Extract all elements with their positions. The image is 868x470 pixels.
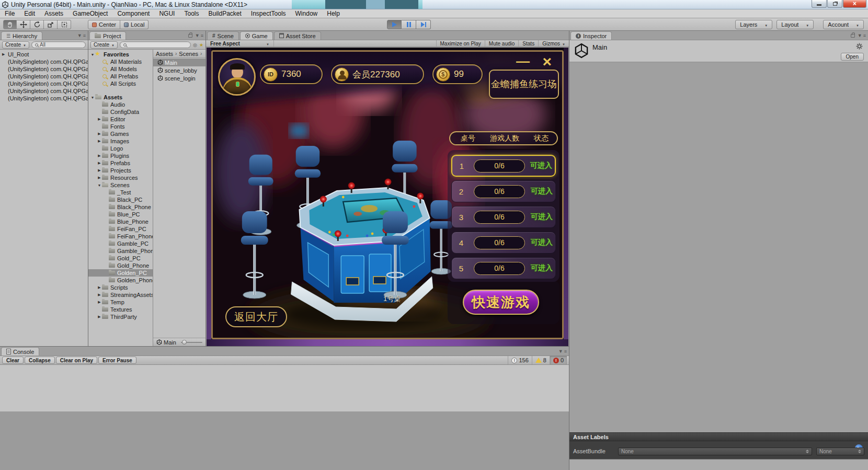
- tree-item[interactable]: Audio: [88, 101, 153, 108]
- assetbundle-variant-dropdown[interactable]: None: [816, 448, 864, 455]
- search-by-label-icon[interactable]: ◎: [193, 42, 197, 48]
- thumbnail-zoom-slider[interactable]: [181, 342, 202, 343]
- table-row[interactable]: 3 0/6 可进入: [451, 206, 556, 228]
- gizmos-dropdown[interactable]: Gizmos: [538, 40, 569, 47]
- tree-item[interactable]: ▶ StreamingAssets: [88, 291, 153, 299]
- scene-file-item[interactable]: scene_lobby: [153, 66, 205, 74]
- info-count-toggle[interactable]: ! 156: [508, 356, 531, 364]
- menu-item[interactable]: GameObject: [68, 10, 112, 17]
- menu-item[interactable]: Component: [112, 10, 154, 17]
- aspect-dropdown[interactable]: Free Aspect: [206, 40, 274, 47]
- tree-item[interactable]: Logo: [88, 145, 153, 152]
- menu-item[interactable]: File: [0, 10, 19, 17]
- tree-item[interactable]: ConfigData: [88, 108, 153, 116]
- move-tool-button[interactable]: [17, 20, 30, 29]
- tree-item[interactable]: ▶ Editor: [88, 116, 153, 123]
- breadcrumb-folder[interactable]: Scenes: [179, 51, 198, 57]
- rect-tool-button[interactable]: [58, 20, 71, 29]
- tree-item[interactable]: FeiFan_Phone: [88, 233, 153, 240]
- quick-play-button[interactable]: 快速游戏: [463, 290, 539, 315]
- scene-file-item[interactable]: Main: [153, 59, 205, 66]
- tree-item[interactable]: Blue_PC: [88, 211, 153, 218]
- tree-item[interactable]: Gamble_PC: [88, 240, 153, 247]
- tree-item[interactable]: Gold_PC: [88, 255, 153, 262]
- tab-console[interactable]: Console: [1, 347, 39, 356]
- console-log-area[interactable]: [0, 365, 569, 411]
- tree-item[interactable]: All Models: [88, 65, 153, 73]
- hierarchy-item[interactable]: (UnitySingleton) com.QH.QPGam: [0, 73, 88, 80]
- tree-item[interactable]: ▶ Prefabs: [88, 159, 153, 167]
- space-toggle-button[interactable]: Local: [120, 20, 149, 29]
- tree-item[interactable]: ▼ Assets: [88, 94, 153, 101]
- scale-tool-button[interactable]: [44, 20, 58, 29]
- tree-item[interactable]: ▶ Images: [88, 137, 153, 145]
- tab-game[interactable]: Game: [240, 31, 273, 40]
- tree-item[interactable]: All Scripts: [88, 80, 153, 87]
- tree-item[interactable]: ▶ Temp: [88, 299, 153, 306]
- tree-item[interactable]: Gold_Phone: [88, 262, 153, 269]
- tree-item[interactable]: ▼ Scenes: [88, 181, 153, 189]
- play-button[interactable]: [387, 20, 402, 29]
- panel-menu-icon[interactable]: ▼≡: [188, 33, 203, 38]
- mute-audio-toggle[interactable]: Mute audio: [485, 40, 518, 47]
- tree-item[interactable]: ▶ Projects: [88, 167, 153, 174]
- hierarchy-search-input[interactable]: All: [31, 41, 86, 48]
- tree-item[interactable]: Gamble_Phone: [88, 247, 153, 255]
- panel-menu-icon[interactable]: ▼≡: [851, 33, 866, 38]
- scene-file-item[interactable]: scene_login: [153, 74, 205, 82]
- project-search-input[interactable]: [120, 41, 191, 48]
- breadcrumb-root[interactable]: Assets: [156, 51, 173, 57]
- hierarchy-item[interactable]: (UnitySingleton) com.QH.QPGam: [0, 65, 88, 73]
- rotate-tool-button[interactable]: [30, 20, 44, 29]
- tab-scene[interactable]: # Scene: [207, 31, 239, 40]
- window-close-button[interactable]: ×: [843, 0, 866, 8]
- tree-item[interactable]: Golden_PC: [88, 269, 153, 277]
- tree-item[interactable]: _Test: [88, 189, 153, 196]
- hand-tool-button[interactable]: [3, 20, 17, 29]
- tree-item[interactable]: ▼ Favorites: [88, 51, 153, 58]
- tab-hierarchy[interactable]: ☰Hierarchy: [1, 31, 42, 40]
- layout-dropdown[interactable]: Layout: [776, 20, 814, 29]
- clear-button[interactable]: Clear: [2, 357, 24, 364]
- menu-item[interactable]: BuildPacket: [203, 10, 246, 17]
- menu-item[interactable]: InspectTools: [246, 10, 291, 17]
- pivot-toggle-button[interactable]: Center: [88, 20, 120, 29]
- favorite-star-icon[interactable]: ★: [199, 42, 203, 48]
- panel-menu-icon[interactable]: ▼≡: [77, 33, 86, 38]
- error-pause-toggle[interactable]: Error Pause: [98, 357, 136, 364]
- open-button[interactable]: Open: [841, 53, 864, 61]
- menu-item[interactable]: NGUI: [154, 10, 179, 17]
- menu-item[interactable]: Help: [322, 10, 345, 17]
- table-row[interactable]: 1 0/6 可进入: [451, 155, 556, 177]
- tree-item[interactable]: FeiFan_PC: [88, 225, 153, 233]
- tree-item[interactable]: ▶ Scripts: [88, 284, 153, 291]
- step-button[interactable]: [416, 20, 431, 29]
- avatar[interactable]: [218, 58, 256, 96]
- hierarchy-item[interactable]: (UnitySingleton) com.QH.QPGam: [0, 80, 88, 87]
- project-create-button[interactable]: Create: [90, 41, 118, 49]
- pause-button[interactable]: [402, 20, 416, 29]
- tree-item[interactable]: Black_Phone: [88, 203, 153, 211]
- layers-dropdown[interactable]: Layers: [735, 20, 772, 29]
- table-row[interactable]: 2 0/6 可进入: [451, 180, 556, 202]
- tab-inspector[interactable]: i Inspector: [570, 31, 612, 40]
- game-minimize-button[interactable]: —: [516, 56, 530, 66]
- maximize-on-play-toggle[interactable]: Maximize on Play: [436, 40, 485, 47]
- hierarchy-item[interactable]: (UnitySingleton) com.QH.QPGam: [0, 87, 88, 95]
- menu-item[interactable]: Assets: [40, 10, 68, 17]
- tree-item[interactable]: All Prefabs: [88, 73, 153, 80]
- menu-item[interactable]: Edit: [19, 10, 40, 17]
- account-dropdown[interactable]: Account: [823, 20, 864, 29]
- hierarchy-create-button[interactable]: Create: [2, 41, 29, 49]
- tree-item[interactable]: Fonts: [88, 123, 153, 130]
- hierarchy-item[interactable]: (UnitySingleton) com.QH.QPGam: [0, 95, 88, 102]
- stats-toggle[interactable]: Stats: [518, 40, 538, 47]
- tree-item[interactable]: ▶ ThirdParty: [88, 313, 153, 320]
- assetbundle-dropdown[interactable]: None: [618, 448, 812, 455]
- hierarchy-item[interactable]: (UnitySingleton) com.QH.QPGam: [0, 58, 88, 65]
- game-close-button[interactable]: ×: [542, 53, 552, 71]
- panel-menu-icon[interactable]: ▼≡: [558, 349, 567, 354]
- menu-item[interactable]: Window: [291, 10, 323, 17]
- error-count-toggle[interactable]: ! 0: [550, 356, 567, 364]
- tab-project[interactable]: Project: [89, 31, 126, 40]
